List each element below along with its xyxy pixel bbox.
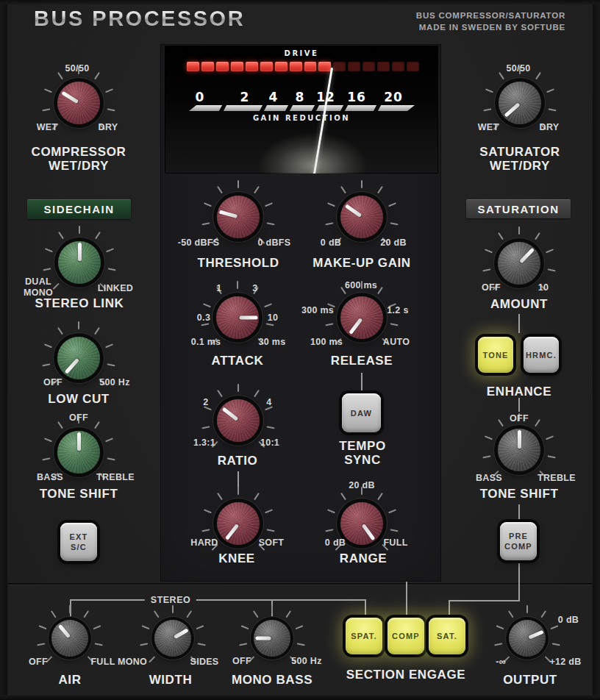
spat-label: SPAT. [351, 631, 377, 641]
connector-precomp-sat [449, 600, 520, 601]
mono-bass-max-label: 500 Hz [291, 656, 321, 666]
knob-pointer [528, 630, 543, 640]
amount-min-label: OFF [482, 282, 501, 293]
attack-max-label: 30 ms [259, 337, 286, 347]
knob-cap [340, 196, 383, 238]
sat-wetdry-min-label: WET [478, 122, 499, 132]
knob-tick [238, 180, 239, 188]
knee-max-label: SOFT [259, 538, 285, 548]
drive-led-segment [201, 62, 214, 71]
knob-tick [238, 384, 239, 392]
air-name: AIR [58, 673, 81, 688]
sat-tone-shift-top-label: OFF [510, 413, 529, 424]
gain-reduction-label: GAIN REDUCTION [165, 114, 438, 122]
knob-tick [107, 363, 115, 366]
knob-tick [106, 248, 114, 252]
threshold-max-label: 0 dBFS [258, 238, 291, 248]
daw-tempo-sync-button[interactable]: DAW [342, 393, 381, 432]
knob-cap [57, 82, 100, 124]
comp-wetdry-name2: WET/DRY [49, 159, 109, 174]
comp-wetdry-top-label: 50/50 [65, 63, 90, 74]
knob-cap [217, 502, 260, 545]
meter-tick-16: 16 [347, 90, 366, 104]
sat-wetdry-top-label: 50/50 [507, 63, 531, 74]
knob-tick [43, 268, 51, 271]
plugin-face: BUS PROCESSOR BUS COMPRESSOR/SATURATOR M… [0, 0, 600, 700]
knob-cap [57, 337, 100, 379]
knob-cap [254, 620, 290, 657]
knob-tick [535, 232, 540, 239]
drive-led-segment [187, 62, 199, 71]
ratio-min-label: 1.3:1 [193, 438, 215, 448]
tone-label: TONE [482, 350, 508, 360]
knob-tick [42, 108, 50, 111]
bracket-drop-spat [365, 599, 366, 618]
connector-toneshift-precomp [518, 504, 520, 521]
drive-led-segment [333, 62, 346, 71]
knob-tick [53, 282, 60, 289]
knob-tick [44, 88, 52, 93]
knob-tick [94, 326, 100, 334]
drive-led-segment [260, 62, 273, 71]
drive-led-segment [318, 62, 331, 71]
knob-cap [216, 296, 259, 339]
knob-tick [105, 88, 113, 93]
stereo-link-max-label: LINKED [98, 283, 133, 293]
frame-top [0, 0, 600, 4]
sat-tone-shift-min-label: BASS [476, 473, 502, 483]
attack-label-10: 10 [268, 312, 279, 323]
knob-cap [217, 399, 260, 442]
engage-sat-button[interactable]: SAT. [429, 618, 465, 654]
pre-comp-line2: COMP [504, 541, 532, 551]
knob-tick [79, 226, 80, 234]
ext-sidechain-button[interactable]: EXT S/C [60, 523, 97, 561]
air-max-label: FULL [90, 657, 115, 667]
release-right-label: 1.2 s [387, 305, 408, 315]
knob-tick [361, 180, 362, 188]
engage-comp-button[interactable]: COMP [388, 618, 424, 654]
knob-tick [548, 455, 556, 458]
comp-label: COMP [392, 631, 420, 641]
connector-release-daw [361, 373, 362, 393]
low-cut-min-label: OFF [43, 377, 63, 388]
knob-tick [549, 108, 557, 111]
sat-wetdry-name1: SATURATOR [479, 145, 560, 160]
comp-wetdry-name1: COMPRESSOR [32, 145, 126, 160]
meter-tick-2: 2 [240, 90, 250, 104]
drive-led-strip [187, 62, 419, 71]
knob-tick [271, 605, 273, 613]
knee-name: KNEE [218, 551, 255, 566]
ratio-max-label: 10:1 [260, 438, 279, 448]
knob-tick [57, 421, 63, 428]
knob-tick [498, 418, 504, 426]
knob-cap [217, 196, 260, 238]
needle-glow [257, 132, 368, 174]
ext-sc-line1: EXT [70, 532, 88, 542]
enhance-hrmc-button[interactable]: HRMC. [524, 337, 559, 373]
drive-led-segment [392, 62, 404, 71]
knob-cap [498, 429, 540, 471]
scale-notch [285, 104, 293, 112]
section-engage-label: SECTION ENGAGE [346, 668, 465, 682]
sat-tone-shift-name: TONE SHIFT [480, 487, 559, 501]
enhance-tone-button[interactable]: TONE [478, 337, 513, 373]
knob-tick [57, 326, 63, 334]
range-min-label: 0 dB [325, 538, 346, 548]
drive-led-segment [362, 62, 375, 71]
knob-tick [95, 231, 101, 238]
connector-amount-enhance [518, 314, 520, 333]
pre-comp-button[interactable]: PRE COMP [500, 522, 537, 560]
knob-tick [78, 321, 79, 329]
knob-tick [57, 71, 63, 79]
knob-tick [105, 438, 113, 442]
engage-spatial-button[interactable]: SPAT. [346, 618, 382, 654]
knob-tick [526, 605, 528, 613]
range-top-label: 20 dB [349, 480, 375, 490]
vu-meter: DRIVE 0 2 4 8 12 16 20 GAIN REDUCTION [165, 46, 438, 174]
page-title: BUS PROCESSOR [34, 7, 245, 31]
output-min-label: -∞ [496, 657, 506, 667]
knob-tick [546, 88, 554, 93]
knob-tick [94, 421, 100, 428]
knob-pointer [224, 524, 238, 540]
scale-notch [311, 104, 319, 112]
